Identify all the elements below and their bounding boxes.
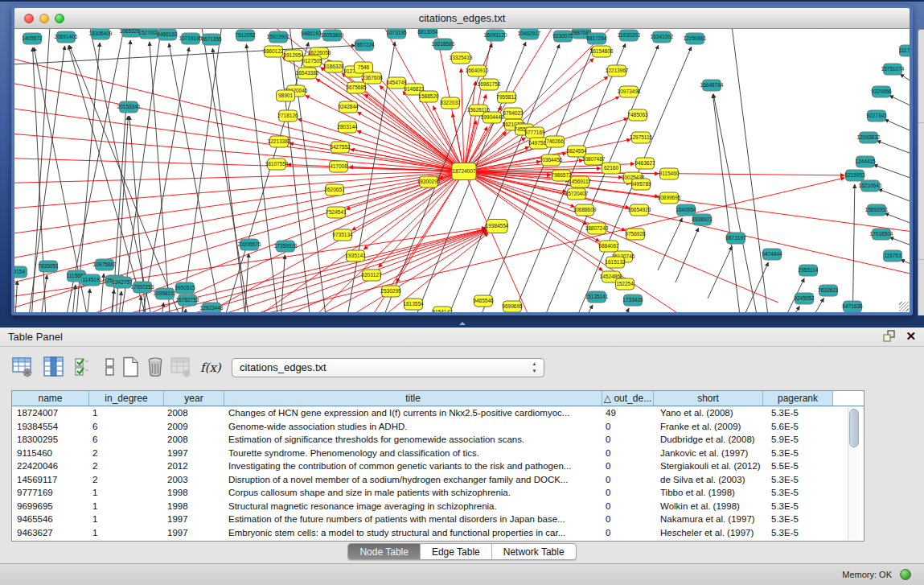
float-panel-icon[interactable] bbox=[883, 330, 896, 343]
graph-node[interactable]: 7955812 bbox=[496, 92, 517, 103]
graph-node[interactable]: 10958107 bbox=[154, 288, 177, 299]
graph-node[interactable]: 8471636 bbox=[842, 301, 863, 312]
graph-node[interactable]: 19904448 bbox=[481, 112, 504, 123]
table-row[interactable]: 2242004622012Investigating the contribut… bbox=[12, 459, 864, 473]
graph-node[interactable]: 17359928 bbox=[274, 241, 298, 252]
graph-node[interactable]: 10688609 bbox=[573, 204, 597, 216]
graph-node[interactable]: 98901 bbox=[277, 90, 295, 101]
graph-node[interactable]: 3427552 bbox=[330, 142, 351, 153]
graph-node[interactable]: 1073195 bbox=[386, 29, 407, 39]
graph-node[interactable]: 16961758 bbox=[478, 79, 501, 90]
splitter-handle[interactable] bbox=[458, 320, 467, 326]
close-panel-icon[interactable]: ✕ bbox=[906, 330, 916, 343]
graph-node[interactable]: 8322037 bbox=[440, 97, 461, 109]
table-row[interactable]: 911546021997Tourette syndrome. Phenomeno… bbox=[12, 447, 864, 460]
graph-node[interactable]: 14569117 bbox=[569, 176, 592, 187]
network-graph[interactable]: 1405572208914061830640910653267152700294… bbox=[14, 29, 910, 312]
graph-node[interactable]: 9227343 bbox=[866, 110, 887, 122]
graph-node[interactable]: 10975887 bbox=[93, 259, 117, 270]
graph-node[interactable]: 9465546 bbox=[473, 295, 494, 307]
graph-node[interactable]: 9699695 bbox=[502, 301, 523, 312]
graph-node[interactable]: 12975115 bbox=[630, 132, 653, 143]
graph-node[interactable]: 1117202 bbox=[899, 45, 910, 56]
table-row[interactable]: 977716911998Corpus callosum shape and si… bbox=[12, 486, 864, 500]
graph-node[interactable]: 114519 bbox=[82, 274, 101, 286]
column-header-short[interactable]: short bbox=[654, 391, 763, 406]
graph-node[interactable]: 9671355 bbox=[201, 34, 222, 45]
graph-node[interactable]: 18107554 bbox=[265, 159, 289, 170]
graph-node[interactable]: 9495789 bbox=[630, 179, 651, 190]
graph-node[interactable]: 10899695 bbox=[658, 192, 681, 204]
table-row[interactable]: 969969511998Structural magnetic resonanc… bbox=[12, 500, 864, 513]
delete-table-trash-icon[interactable] bbox=[145, 356, 166, 377]
vertical-scrollbar[interactable] bbox=[848, 407, 860, 540]
graph-node[interactable]: 12923448 bbox=[200, 303, 224, 312]
table-row[interactable]: 946554611997Estimation of the future num… bbox=[12, 513, 864, 526]
graph-node[interactable]: 116753 bbox=[884, 250, 902, 262]
graph-node[interactable]: 1342757 bbox=[112, 277, 133, 288]
graph-node[interactable]: 15135141 bbox=[585, 291, 609, 303]
graph-node[interactable]: 16640910 bbox=[466, 65, 489, 76]
function-builder-icon[interactable]: f(x) bbox=[200, 360, 221, 381]
row-checklist-icon[interactable] bbox=[74, 356, 95, 377]
graph-node[interactable]: 9115460 bbox=[659, 168, 680, 179]
tab-edge-table[interactable]: Edge Table bbox=[421, 544, 492, 559]
graph-node[interactable]: 1588520 bbox=[418, 91, 439, 102]
graph-node[interactable]: 19218586 bbox=[432, 39, 455, 50]
graph-node[interactable]: 20153346 bbox=[117, 101, 141, 113]
window-resize-grip[interactable] bbox=[899, 302, 909, 311]
table-options-icon[interactable] bbox=[12, 356, 33, 377]
graph-node[interactable]: 8813054 bbox=[417, 29, 438, 38]
row-cells-icon[interactable] bbox=[100, 356, 121, 377]
graph-node[interactable]: 10719195 bbox=[179, 33, 203, 44]
graph-node[interactable]: 2367608 bbox=[362, 72, 383, 84]
graph-node[interactable]: 2530295 bbox=[380, 286, 401, 297]
graph-node[interactable]: 18306409 bbox=[89, 29, 113, 39]
column-header-name[interactable]: name bbox=[12, 391, 89, 406]
graph-node[interactable]: 7632621 bbox=[818, 285, 839, 296]
graph-node[interactable]: 1615132 bbox=[605, 257, 626, 268]
graph-node[interactable]: 6873197 bbox=[725, 233, 746, 244]
graph-node[interactable]: 3824554 bbox=[566, 146, 587, 157]
column-visibility-icon[interactable] bbox=[43, 356, 64, 377]
column-header-in_degree[interactable]: in_degree bbox=[89, 391, 164, 406]
graph-node[interactable]: 1733426 bbox=[622, 295, 643, 306]
graph-node[interactable]: 16341002 bbox=[651, 31, 674, 43]
graph-node[interactable]: 9203127 bbox=[361, 270, 382, 281]
graph-node[interactable]: 6794023 bbox=[503, 108, 524, 119]
graph-node[interactable]: 417008 bbox=[330, 161, 348, 172]
graph-node[interactable]: 9486163 bbox=[301, 29, 322, 39]
graph-node[interactable]: 13325419 bbox=[450, 52, 473, 64]
graph-node[interactable]: 15720407 bbox=[565, 188, 589, 200]
graph-node[interactable]: 8215953 bbox=[844, 170, 865, 181]
graph-node[interactable]: 2718126 bbox=[277, 110, 298, 122]
graph-node[interactable]: 3675685 bbox=[346, 82, 367, 93]
graph-node[interactable]: 16093120 bbox=[484, 30, 507, 41]
new-table-icon[interactable] bbox=[120, 356, 141, 377]
graph-node[interactable]: 2620657 bbox=[324, 184, 345, 196]
graph-node[interactable]: 8912954 bbox=[283, 50, 304, 61]
graph-node[interactable]: 9756928 bbox=[625, 229, 646, 240]
graph-node[interactable]: 8817264 bbox=[586, 33, 607, 44]
graph-node[interactable]: 12093832 bbox=[857, 132, 881, 143]
graph-node[interactable]: 10807487 bbox=[582, 154, 606, 165]
graph-node[interactable]: 10482917 bbox=[518, 29, 541, 39]
graph-node[interactable]: 9466163 bbox=[157, 29, 178, 40]
graph-node[interactable]: 1244415 bbox=[855, 156, 876, 167]
graph-node[interactable]: 9245052 bbox=[794, 293, 815, 304]
table-row[interactable]: 1456911722003Disruption of a novel membe… bbox=[12, 473, 864, 487]
graph-node[interactable]: 8938923 bbox=[692, 214, 713, 225]
graph-node[interactable]: 9127505 bbox=[302, 56, 322, 67]
graph-node[interactable]: 9242844 bbox=[338, 101, 359, 113]
graph-node[interactable]: 7485063 bbox=[627, 109, 648, 121]
network-window-titlebar[interactable]: citations_edges.txt bbox=[14, 8, 910, 29]
graph-node[interactable]: 7546 bbox=[355, 62, 373, 73]
graph-node[interactable]: 39154 bbox=[14, 266, 27, 278]
graph-node[interactable]: 16654923 bbox=[628, 204, 651, 216]
graph-node[interactable]: 16648784 bbox=[700, 80, 724, 91]
graph-node[interactable]: 1640954 bbox=[676, 204, 696, 216]
graph-node[interactable]: 9474444 bbox=[762, 249, 782, 260]
graph-node[interactable]: 20206576 bbox=[238, 239, 261, 250]
graph-node[interactable]: 15922902 bbox=[267, 31, 290, 43]
graph-node[interactable]: 19384554 bbox=[486, 220, 509, 233]
